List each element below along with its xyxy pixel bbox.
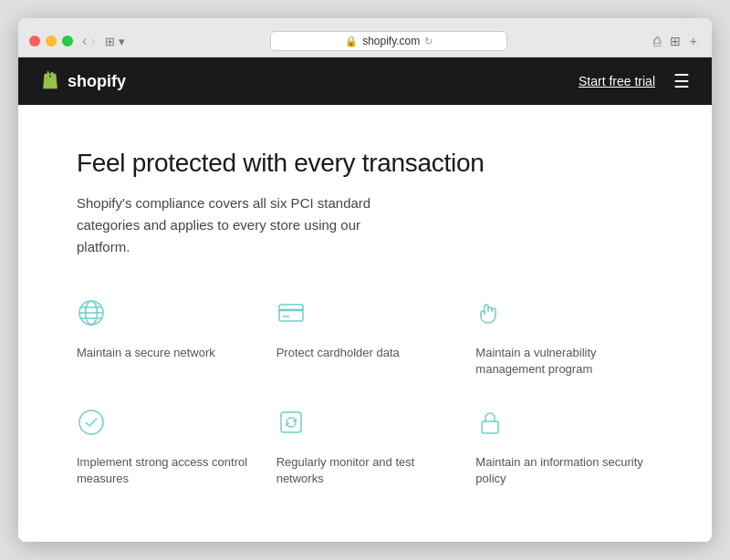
hamburger-menu-button[interactable]: ☰ (673, 72, 690, 90)
globe-icon (77, 298, 255, 332)
svg-rect-9 (281, 412, 301, 432)
svg-point-8 (79, 410, 103, 434)
feature-access-control-label: Implement strong access control measures (77, 454, 255, 487)
shopify-logo: shopify (40, 71, 126, 91)
feature-access-control: Implement strong access control measures (77, 408, 255, 487)
refresh-shield-icon (276, 408, 454, 441)
shopify-wordmark: shopify (68, 72, 126, 91)
grid-icon[interactable]: ⊞ (670, 34, 681, 48)
close-button[interactable] (29, 36, 40, 47)
start-trial-button[interactable]: Start free trial (579, 74, 655, 88)
hand-icon (475, 298, 653, 332)
tab-grid-icon[interactable]: ⊞ (105, 35, 115, 48)
browser-chrome: ‹ › ⊞ ▾ 🔒 shopify.com ↻ ⎙ ⊞ + (18, 18, 712, 57)
feature-vulnerability-label: Maintain a vulnerability management prog… (475, 345, 653, 378)
feature-monitor-test-label: Regularly monitor and test networks (276, 454, 454, 487)
svg-rect-10 (482, 421, 498, 433)
maximize-button[interactable] (62, 36, 73, 47)
tab-expand-icon[interactable]: ▾ (119, 35, 125, 48)
page-content: Feel protected with every transaction Sh… (18, 105, 712, 542)
feature-vulnerability: Maintain a vulnerability management prog… (475, 298, 653, 378)
feature-security-policy-label: Maintain an information security policy (475, 454, 653, 487)
feature-monitor-test: Regularly monitor and test networks (276, 408, 454, 487)
shopify-bag-icon (40, 71, 60, 91)
forward-button[interactable]: › (90, 33, 95, 49)
nav-right-area: Start free trial ☰ (579, 72, 690, 90)
feature-secure-network: Maintain a secure network (77, 298, 255, 378)
feature-cardholder-label: Protect cardholder data (276, 345, 454, 361)
share-icon[interactable]: ⎙ (653, 34, 661, 48)
page-title: Feel protected with every transaction (77, 149, 653, 178)
checkmark-icon (77, 408, 255, 441)
lock-icon: 🔒 (345, 36, 358, 47)
features-grid: Maintain a secure network Protect cardho… (77, 298, 653, 487)
reload-icon[interactable]: ↻ (424, 36, 433, 47)
feature-secure-network-label: Maintain a secure network (77, 345, 255, 361)
svg-rect-5 (279, 305, 303, 321)
browser-window: ‹ › ⊞ ▾ 🔒 shopify.com ↻ ⎙ ⊞ + (18, 18, 712, 542)
hero-description: Shopify's compliance covers all six PCI … (77, 192, 405, 258)
feature-security-policy: Maintain an information security policy (475, 408, 653, 487)
card-icon (276, 298, 454, 332)
minimize-button[interactable] (46, 36, 57, 47)
lock-icon (475, 408, 653, 441)
traffic-lights (29, 36, 73, 47)
back-button[interactable]: ‹ (82, 33, 87, 49)
feature-cardholder-data: Protect cardholder data (276, 298, 454, 378)
add-tab-icon[interactable]: + (690, 34, 697, 48)
shopify-navbar: shopify Start free trial ☰ (18, 57, 712, 105)
url-display: shopify.com (362, 35, 420, 47)
